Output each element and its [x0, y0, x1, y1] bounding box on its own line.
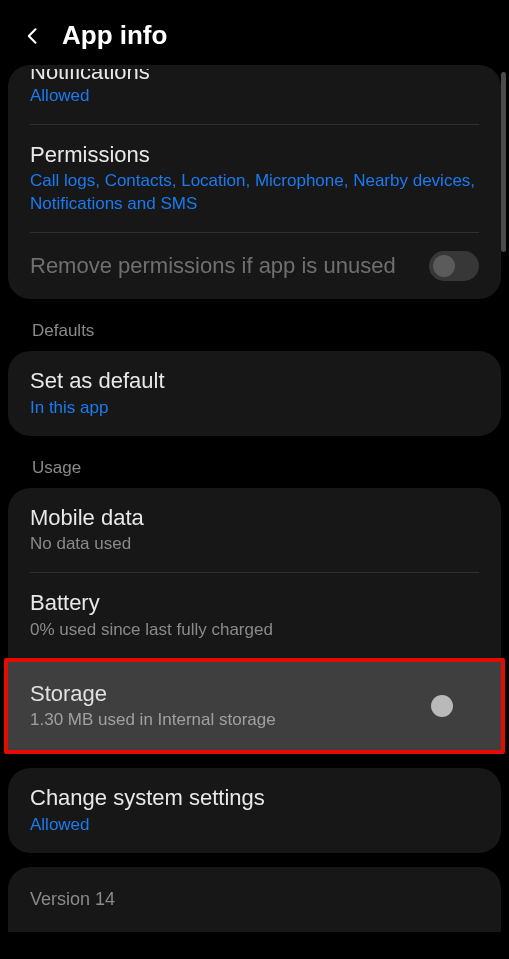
card-app-settings: Notifications Allowed Permissions Call l…: [8, 65, 501, 299]
change-system-title: Change system settings: [30, 784, 479, 812]
back-icon[interactable]: [22, 25, 44, 47]
battery-summary: 0% used since last fully charged: [30, 619, 479, 642]
content: Notifications Allowed Permissions Call l…: [0, 65, 509, 932]
card-version: Version 14: [8, 867, 501, 932]
storage-text: Storage 1.30 MB used in Internal storage: [30, 680, 276, 732]
row-remove-unused[interactable]: Remove permissions if app is unused: [8, 233, 501, 299]
header: App info: [0, 0, 509, 65]
card-defaults: Set as default In this app: [8, 351, 501, 435]
section-defaults: Defaults: [4, 313, 505, 351]
storage-title: Storage: [30, 680, 276, 708]
card-usage-top: Mobile data No data used Battery 0% used…: [8, 488, 501, 658]
storage-summary: 1.30 MB used in Internal storage: [30, 709, 276, 732]
touch-indicator-icon: [431, 695, 453, 717]
card-change-system: Change system settings Allowed: [8, 768, 501, 852]
row-mobile-data[interactable]: Mobile data No data used: [8, 488, 501, 572]
row-storage[interactable]: Storage 1.30 MB used in Internal storage: [8, 662, 501, 750]
toggle-knob: [433, 255, 455, 277]
row-notifications[interactable]: Notifications Allowed: [8, 65, 501, 124]
notifications-status: Allowed: [30, 85, 479, 108]
set-default-title: Set as default: [30, 367, 479, 395]
scrollbar[interactable]: [501, 72, 506, 252]
mobile-data-title: Mobile data: [30, 504, 479, 532]
change-system-status: Allowed: [30, 814, 479, 837]
toggle-remove-unused[interactable]: [429, 251, 479, 281]
row-permissions[interactable]: Permissions Call logs, Contacts, Locatio…: [8, 125, 501, 232]
battery-title: Battery: [30, 589, 479, 617]
row-change-system[interactable]: Change system settings Allowed: [8, 768, 501, 852]
row-battery[interactable]: Battery 0% used since last fully charged: [8, 573, 501, 657]
page-title: App info: [62, 20, 167, 51]
version-text: Version 14: [30, 889, 479, 910]
permissions-title: Permissions: [30, 141, 479, 169]
row-set-default[interactable]: Set as default In this app: [8, 351, 501, 435]
section-usage: Usage: [4, 450, 505, 488]
notifications-title: Notifications: [30, 69, 479, 83]
set-default-summary: In this app: [30, 397, 479, 420]
storage-highlight: Storage 1.30 MB used in Internal storage: [4, 658, 505, 754]
mobile-data-summary: No data used: [30, 533, 479, 556]
permissions-summary: Call logs, Contacts, Location, Microphon…: [30, 170, 479, 216]
remove-unused-title: Remove permissions if app is unused: [30, 253, 396, 279]
